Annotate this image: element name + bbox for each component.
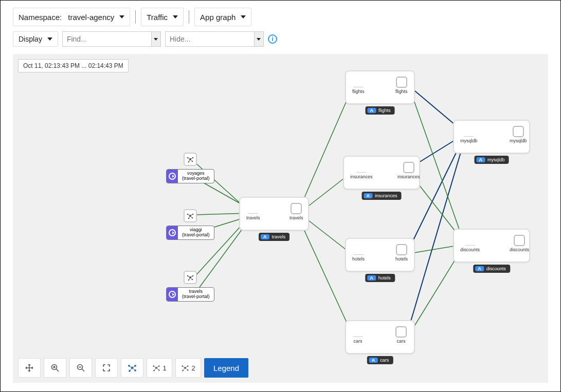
display-selector[interactable]: Display: [13, 31, 58, 47]
workload-node-flights[interactable]: flights: [395, 77, 408, 94]
layout-1-label: 1: [162, 364, 166, 372]
namespace-label: Namespace:: [19, 13, 62, 22]
service-node-flights[interactable]: flights: [352, 77, 365, 94]
app-box-travels[interactable]: travels travels Atravels: [239, 197, 309, 231]
svg-line-87: [185, 368, 188, 370]
workload-node-hotels[interactable]: hotels: [395, 244, 408, 262]
svg-line-69: [132, 368, 135, 370]
svg-line-59: [82, 369, 85, 372]
app-box-flights[interactable]: flights flights Aflights: [345, 70, 415, 104]
svg-line-85: [185, 366, 188, 368]
layout-2-label: 2: [191, 364, 195, 372]
app-badge-insurances: Ainsurances: [361, 192, 401, 200]
workload-node-cars[interactable]: cars: [395, 326, 407, 344]
ingress-icon: [167, 226, 178, 239]
service-node-hotels[interactable]: hotels: [352, 244, 365, 262]
divider: [189, 10, 189, 24]
drag-button[interactable]: [18, 358, 41, 378]
entry-travels[interactable]: travels(travel-portal): [166, 271, 214, 302]
graph-canvas[interactable]: Oct 11, 02:13:43 PM ... 02:14:43 PM 24ms: [13, 54, 548, 383]
divider: [135, 10, 136, 24]
svg-line-35: [190, 159, 192, 161]
entry-pill-travels[interactable]: travels(travel-portal): [166, 287, 214, 302]
namespace-selector[interactable]: Namespace: travel-agency: [13, 8, 130, 26]
svg-line-76: [156, 366, 159, 368]
svg-line-68: [130, 368, 132, 371]
find-input[interactable]: [63, 32, 151, 46]
find-wrapper: [62, 31, 161, 47]
app-box-mysqldb[interactable]: mysqldb mysqldb Amysqldb: [453, 120, 530, 154]
service-node-discounts[interactable]: discounts: [460, 235, 480, 252]
chevron-down-icon: [241, 15, 246, 18]
entry-label: travels(travel-portal): [178, 288, 214, 301]
svg-line-75: [154, 366, 156, 368]
workload-node-travels[interactable]: travels: [289, 203, 303, 220]
workload-node-mysqldb[interactable]: mysqldb: [510, 126, 527, 143]
chevron-down-icon: [47, 38, 52, 41]
graph-type-selector[interactable]: App graph: [194, 8, 251, 26]
entry-viaggi[interactable]: viaggi(travel-portal): [166, 209, 214, 240]
svg-line-53: [190, 277, 192, 279]
workload-icon: [184, 153, 197, 166]
app-box-insurances[interactable]: insurances insurances Ainsurances: [343, 156, 420, 190]
chevron-down-icon: [119, 15, 124, 18]
entry-voyages[interactable]: voyages(travel-portal): [166, 153, 214, 183]
layout-default-button[interactable]: [121, 358, 143, 378]
zoom-out-button[interactable]: [69, 358, 92, 378]
ingress-icon: [167, 288, 178, 301]
namespace-value: travel-agency: [68, 13, 114, 22]
svg-line-9: [302, 215, 351, 253]
workload-node-discounts[interactable]: discounts: [510, 235, 529, 252]
zoom-in-button[interactable]: [44, 358, 66, 378]
workload-icon: [184, 209, 197, 222]
svg-line-86: [183, 368, 185, 370]
graph-type-label: App graph: [200, 13, 236, 22]
service-node-insurances[interactable]: insurances: [350, 162, 373, 179]
app-badge-cars: Acars: [367, 356, 393, 364]
svg-line-78: [156, 368, 159, 370]
display-label: Display: [19, 35, 42, 43]
hide-input[interactable]: [166, 32, 254, 46]
ingress-icon: [167, 170, 178, 183]
traffic-selector[interactable]: Traffic: [141, 8, 184, 26]
entry-pill-voyages[interactable]: voyages(travel-portal): [166, 169, 214, 183]
svg-line-7: [300, 88, 352, 208]
hide-dropdown[interactable]: [254, 32, 263, 46]
app-badge-mysqldb: Amysqldb: [474, 156, 509, 164]
hide-wrapper: [165, 31, 264, 47]
service-node-cars[interactable]: cars: [352, 326, 364, 344]
app-badge-discounts: Adiscounts: [473, 265, 510, 273]
service-node-mysqldb[interactable]: mysqldb: [460, 126, 478, 143]
layout-1-button[interactable]: 1: [147, 358, 172, 378]
traffic-label: Traffic: [147, 13, 168, 22]
workload-icon: [184, 271, 197, 284]
fit-button[interactable]: [95, 358, 118, 378]
svg-line-84: [183, 366, 185, 368]
app-box-discounts[interactable]: discounts discounts Adiscounts: [453, 229, 530, 263]
svg-line-10: [299, 218, 352, 334]
app-badge-hotels: Ahotels: [365, 274, 395, 282]
entry-label: viaggi(travel-portal): [178, 226, 214, 239]
svg-line-44: [190, 216, 192, 218]
svg-line-77: [154, 368, 156, 370]
legend-button[interactable]: Legend: [204, 358, 248, 378]
entry-pill-viaggi[interactable]: viaggi(travel-portal): [166, 226, 214, 240]
graph-toolbar: 1 2 Legend: [18, 358, 248, 378]
svg-line-55: [57, 369, 59, 372]
app-box-hotels[interactable]: hotels hotels Ahotels: [345, 238, 415, 272]
app-badge-flights: Aflights: [365, 106, 394, 115]
app-box-cars[interactable]: cars cars Acars: [345, 320, 415, 354]
layout-2-button[interactable]: 2: [175, 358, 201, 378]
service-node-travels[interactable]: travels: [246, 203, 260, 220]
chevron-down-icon: [173, 15, 178, 18]
info-icon[interactable]: i: [268, 34, 277, 44]
app-badge-travels: Atravels: [259, 233, 289, 241]
workload-node-insurances[interactable]: insurances: [397, 162, 420, 179]
find-dropdown[interactable]: [151, 32, 160, 46]
entry-label: voyages(travel-portal): [178, 170, 214, 183]
